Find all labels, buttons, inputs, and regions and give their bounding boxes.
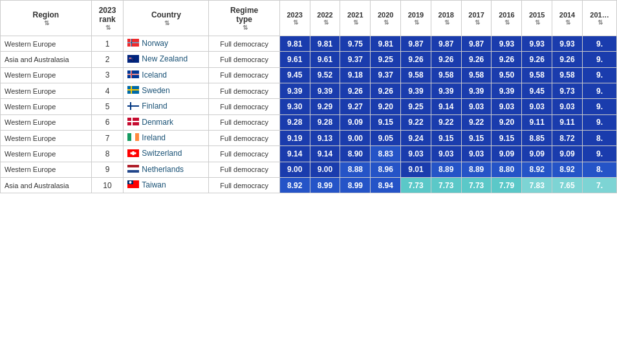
header-rank[interactable]: 2023rank ⇅ xyxy=(91,1,124,36)
country-flag: 🇳🇿 xyxy=(127,55,139,65)
header-regime[interactable]: Regimetype ⇅ xyxy=(209,1,279,36)
score-cell: 9.58 xyxy=(552,67,583,83)
score-cell: 9.73 xyxy=(552,83,583,98)
country-cell[interactable]: 🇳🇿New Zealand xyxy=(124,52,209,67)
score-cell: 9.39 xyxy=(492,83,522,98)
score-cell: 7.73 xyxy=(461,177,492,193)
header-2022[interactable]: 2022 ⇅ xyxy=(310,1,340,36)
table-row: Western Europe9NetherlandsFull democracy… xyxy=(1,162,617,177)
header-2015[interactable]: 2015 ⇅ xyxy=(522,1,552,36)
table-row: Western Europe8SwitzerlandFull democracy… xyxy=(1,146,617,162)
score-cell: 9.26 xyxy=(461,52,492,67)
region-cell: Western Europe xyxy=(1,36,92,52)
country-link[interactable]: Taiwan xyxy=(142,180,166,189)
score-cell: 9.93 xyxy=(522,36,552,52)
header-2016[interactable]: 2016 ⇅ xyxy=(492,1,522,36)
score-cell: 9.03 xyxy=(522,99,552,114)
score-cell: 8.88 xyxy=(340,162,371,177)
header-201x[interactable]: 201… ⇅ xyxy=(582,1,616,36)
country-cell[interactable]: Sweden xyxy=(124,83,209,98)
score-cell: 9.00 xyxy=(340,130,371,145)
score-cell: 9.20 xyxy=(492,114,522,130)
country-cell[interactable]: Finland xyxy=(124,99,209,114)
score-cell: 9.22 xyxy=(431,114,461,130)
score-cell: 9.00 xyxy=(279,162,310,177)
header-2017[interactable]: 2017 ⇅ xyxy=(461,1,492,36)
score-cell: 9.13 xyxy=(310,130,340,145)
score-cell: 9.93 xyxy=(552,36,583,52)
score-cell: 9.39 xyxy=(461,83,492,98)
score-cell: 9.03 xyxy=(431,146,461,162)
country-link[interactable]: Finland xyxy=(142,102,167,111)
score-cell: 9.28 xyxy=(310,114,340,130)
header-2019[interactable]: 2019 ⇅ xyxy=(401,1,431,36)
header-country[interactable]: Country ⇅ xyxy=(124,1,209,36)
country-flag xyxy=(127,39,139,48)
score-cell: 9.39 xyxy=(401,83,431,98)
score-cell: 9.15 xyxy=(431,130,461,145)
country-flag xyxy=(127,180,139,190)
region-cell: Asia and Australasia xyxy=(1,52,92,67)
score-cell: 9. xyxy=(582,67,616,83)
header-2021[interactable]: 2021 ⇅ xyxy=(340,1,371,36)
table-row: Western Europe7IrelandFull democracy9.19… xyxy=(1,130,617,145)
score-cell: 8.96 xyxy=(371,162,401,177)
country-cell[interactable]: Iceland xyxy=(124,67,209,83)
country-link[interactable]: New Zealand xyxy=(142,54,188,63)
table-row: Western Europe6DenmarkFull democracy9.28… xyxy=(1,114,617,130)
score-cell: 9.26 xyxy=(522,52,552,67)
header-2020[interactable]: 2020 ⇅ xyxy=(371,1,401,36)
table-row: Asia and Australasia10TaiwanFull democra… xyxy=(1,177,617,193)
country-cell[interactable]: Denmark xyxy=(124,114,209,130)
header-region[interactable]: Region ⇅ xyxy=(1,1,92,36)
rank-cell: 3 xyxy=(91,67,124,83)
score-cell: 7.73 xyxy=(401,177,431,193)
rank-cell: 8 xyxy=(91,146,124,162)
score-cell: 9.09 xyxy=(522,146,552,162)
header-2023[interactable]: 2023 ⇅ xyxy=(279,1,310,36)
header-2018[interactable]: 2018 ⇅ xyxy=(431,1,461,36)
region-cell: Western Europe xyxy=(1,83,92,98)
score-cell: 9. xyxy=(582,146,616,162)
country-link[interactable]: Sweden xyxy=(142,86,169,95)
country-cell[interactable]: Switzerland xyxy=(124,146,209,162)
score-cell: 9.52 xyxy=(310,67,340,83)
score-cell: 9.75 xyxy=(340,36,371,52)
country-link[interactable]: Iceland xyxy=(142,70,167,80)
score-cell: 9.37 xyxy=(340,52,371,67)
table-row: Western Europe4SwedenFull democracy9.399… xyxy=(1,83,617,98)
score-cell: 9.26 xyxy=(492,52,522,67)
score-cell: 9.61 xyxy=(279,52,310,67)
country-cell[interactable]: Norway xyxy=(124,36,209,52)
country-cell[interactable]: Taiwan xyxy=(124,177,209,193)
score-cell: 9.15 xyxy=(371,114,401,130)
country-link[interactable]: Denmark xyxy=(142,118,173,127)
table-row: Asia and Australasia2🇳🇿New ZealandFull d… xyxy=(1,52,617,67)
svg-rect-29 xyxy=(127,170,139,173)
country-link[interactable]: Netherlands xyxy=(142,165,184,174)
country-link[interactable]: Switzerland xyxy=(142,149,182,158)
score-cell: 7.65 xyxy=(552,177,583,193)
svg-rect-27 xyxy=(127,165,139,167)
score-cell: 8.89 xyxy=(431,162,461,177)
country-link[interactable]: Ireland xyxy=(142,133,166,142)
score-cell: 9.11 xyxy=(552,114,583,130)
region-cell: Western Europe xyxy=(1,162,92,177)
country-cell[interactable]: Netherlands xyxy=(124,162,209,177)
score-cell: 9.81 xyxy=(310,36,340,52)
regime-cell: Full democracy xyxy=(209,67,279,83)
svg-rect-4 xyxy=(127,43,139,43)
header-2014[interactable]: 2014 ⇅ xyxy=(552,1,583,36)
score-cell: 9.87 xyxy=(461,36,492,52)
country-cell[interactable]: Ireland xyxy=(124,130,209,145)
score-cell: 9.45 xyxy=(279,67,310,83)
score-cell: 8.85 xyxy=(522,130,552,145)
score-cell: 9.93 xyxy=(492,36,522,52)
score-cell: 9.03 xyxy=(461,146,492,162)
score-cell: 9. xyxy=(582,52,616,67)
score-cell: 9.03 xyxy=(552,99,583,114)
score-cell: 9.29 xyxy=(310,99,340,114)
rank-cell: 4 xyxy=(91,83,124,98)
country-flag xyxy=(127,165,139,175)
country-link[interactable]: Norway xyxy=(142,39,168,48)
